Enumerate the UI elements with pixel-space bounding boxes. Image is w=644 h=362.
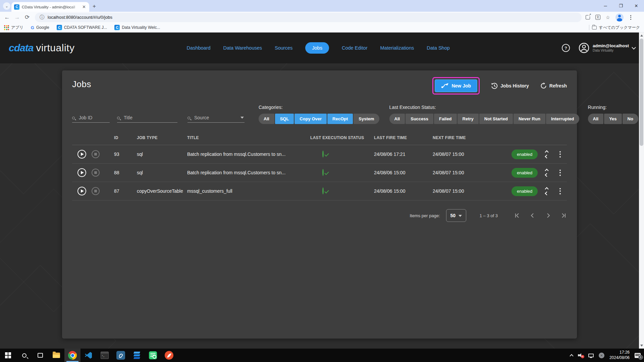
terminal-taskbar-button[interactable] — [97, 349, 113, 362]
task-view-button[interactable] — [32, 349, 48, 362]
row-menu-icon[interactable] — [553, 170, 567, 176]
expand-row-control[interactable] — [540, 188, 553, 195]
scroll-down-icon[interactable] — [640, 345, 643, 347]
items-per-page-value: 50 — [450, 213, 455, 218]
bookmark-cdata-software[interactable]: C CDATA SOFTWARE J... — [57, 25, 107, 30]
address-bar[interactable]: ⓘ localhost:8080/account/#/u/0/jobs — [35, 13, 582, 22]
network-icon[interactable] — [588, 354, 594, 357]
translate-icon[interactable]: 文 — [595, 15, 600, 20]
category-chip-system[interactable]: System — [354, 114, 379, 124]
notification-center-icon[interactable]: 1 — [635, 353, 641, 358]
nav-jobs[interactable]: Jobs — [305, 42, 329, 54]
tab-title: CData Virtuality - admin@locall — [22, 5, 79, 9]
source-filter[interactable]: Source — [187, 114, 245, 123]
category-chip-recopt[interactable]: RecOpt — [327, 114, 353, 124]
nav-data-shop[interactable]: Data Shop — [427, 45, 450, 51]
category-chip-all[interactable]: All — [259, 114, 274, 124]
refresh-button[interactable]: Refresh — [540, 82, 567, 89]
nav-materializations[interactable]: Materializations — [380, 45, 414, 51]
status-chip-failed[interactable]: Failed — [434, 114, 457, 124]
items-per-page-select[interactable]: 50 — [446, 209, 466, 222]
user-menu[interactable]: admin@localhost Data Virtuality — [579, 43, 635, 53]
reload-button[interactable]: ⟳ — [22, 14, 32, 21]
enabled-badge[interactable]: enabled — [512, 186, 538, 196]
row-menu-icon[interactable] — [553, 151, 567, 158]
bookmarks-bar: アプリ G Google C CDATA SOFTWARE J... C Dat… — [0, 23, 644, 33]
stop-job-button[interactable] — [92, 150, 100, 158]
tab-search-button[interactable]: ⌄ — [3, 2, 10, 10]
last-page-button[interactable] — [560, 212, 567, 219]
all-bookmarks-button[interactable]: すべてのブックマーク — [592, 25, 640, 31]
expand-row-control[interactable] — [540, 169, 553, 176]
run-job-button[interactable] — [77, 187, 86, 195]
taskbar-search-button[interactable] — [16, 349, 32, 362]
share-icon[interactable] — [586, 15, 590, 19]
bookmark-star-icon[interactable]: ☆ — [606, 15, 610, 20]
new-tab-button[interactable]: + — [93, 3, 96, 10]
site-info-icon[interactable]: ⓘ — [40, 14, 44, 20]
log-viewer-taskbar-button[interactable] — [145, 349, 161, 362]
running-chip-all[interactable]: All — [588, 114, 604, 124]
running-chip-yes[interactable]: Yes — [604, 114, 622, 124]
nav-data-warehouses[interactable]: Data Warehouses — [223, 45, 262, 51]
file-explorer-button[interactable] — [48, 349, 64, 362]
scrollbar-thumb[interactable] — [640, 39, 643, 146]
hidden-icons-chevron[interactable] — [570, 354, 573, 358]
title-filter[interactable] — [117, 114, 177, 123]
nav-code-editor[interactable]: Code Editor — [342, 45, 368, 51]
first-page-button[interactable] — [514, 212, 521, 219]
status-x-icon[interactable]: ✕ — [599, 353, 604, 358]
browser-profile-avatar[interactable] — [615, 13, 624, 21]
status-chip-interrupted[interactable]: Interrupted — [546, 114, 579, 124]
status-chip-all[interactable]: All — [389, 114, 405, 124]
scroll-up-icon[interactable] — [640, 35, 643, 37]
title-input[interactable] — [117, 114, 177, 123]
status-chip-never-run[interactable]: Never Run — [514, 114, 545, 124]
run-job-button[interactable] — [77, 168, 86, 177]
status-chip-not-started[interactable]: Not Started — [479, 114, 513, 124]
forward-button[interactable]: → — [12, 14, 22, 21]
enabled-badge[interactable]: enabled — [512, 168, 538, 178]
run-job-button[interactable] — [77, 150, 86, 159]
nav-dashboard[interactable]: Dashboard — [187, 45, 211, 51]
stop-job-button[interactable] — [92, 169, 100, 177]
page-scrollbar[interactable] — [639, 33, 644, 349]
previous-page-button[interactable] — [529, 212, 536, 219]
status-chip-retry[interactable]: Retry — [458, 114, 479, 124]
window-close-button[interactable]: ✕ — [629, 0, 644, 12]
chrome-taskbar-button[interactable] — [64, 349, 80, 362]
dropdown-caret-icon — [459, 215, 462, 217]
postgres-taskbar-button[interactable] — [113, 349, 129, 362]
nav-sources[interactable]: Sources — [275, 45, 292, 51]
expand-row-control[interactable] — [540, 151, 553, 158]
window-maximize-button[interactable]: ❐ — [613, 0, 629, 12]
browser-tab[interactable]: C CData Virtuality - admin@locall ✕ — [11, 2, 89, 12]
status-chip-success[interactable]: Success — [406, 114, 433, 124]
layers-app-taskbar-button[interactable] — [129, 349, 145, 362]
row-menu-icon[interactable] — [553, 188, 567, 194]
feather-app-taskbar-button[interactable] — [161, 349, 177, 362]
back-button[interactable]: ← — [2, 14, 12, 21]
vscode-taskbar-button[interactable] — [80, 349, 97, 362]
jobs-history-button[interactable]: Jobs History — [491, 82, 529, 89]
col-last-fire-time: LAST FIRE TIME — [374, 135, 433, 140]
new-job-button[interactable]: New Job — [435, 79, 477, 92]
job-id-input[interactable] — [72, 114, 110, 123]
running-chip-no[interactable]: No — [623, 114, 638, 124]
bookmark-google[interactable]: G Google — [31, 25, 49, 30]
next-page-button[interactable] — [545, 212, 551, 219]
category-chip-sql[interactable]: SQL — [275, 114, 294, 124]
stop-job-button[interactable] — [92, 187, 100, 195]
job-id-filter[interactable] — [72, 114, 110, 123]
help-icon[interactable]: ? — [562, 44, 570, 52]
taskbar-clock[interactable]: 17:26 2024/08/06 — [609, 350, 630, 360]
browser-menu-icon[interactable] — [629, 15, 633, 20]
bookmark-data-virtuality[interactable]: C Data Virtuality Welc... — [114, 25, 160, 30]
category-chip-copy-over[interactable]: Copy Over — [294, 114, 327, 124]
window-minimize-button[interactable]: ─ — [598, 0, 613, 12]
start-button[interactable] — [0, 349, 16, 362]
enabled-badge[interactable]: enabled — [512, 149, 538, 159]
bookmark-apps[interactable]: アプリ — [4, 25, 23, 31]
tab-close-icon[interactable]: ✕ — [82, 4, 87, 9]
muted-speaker-icon[interactable]: ✕ — [578, 353, 583, 358]
